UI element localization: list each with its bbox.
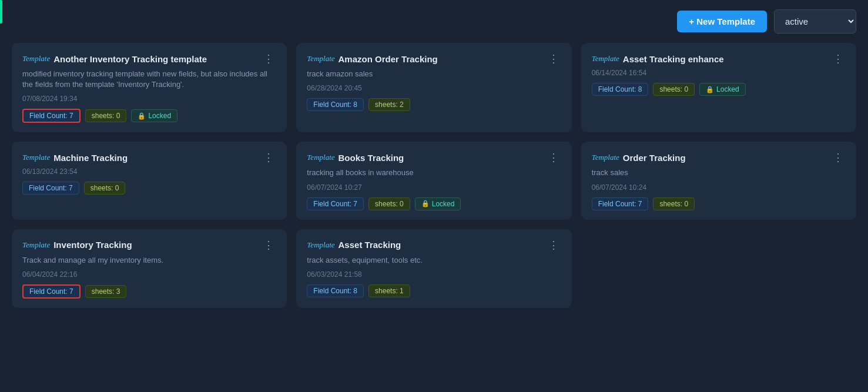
card-title-row: Template Another Inventory Tracking temp…	[22, 54, 261, 64]
template-card-machine-tracking[interactable]: Template Machine Tracking ⋮ 06/13/2024 2…	[12, 142, 287, 219]
card-badges: Field Count: 7 sheets: 0	[592, 197, 846, 210]
card-title-row: Template Asset Tracking	[307, 240, 545, 250]
card-description: track sales	[592, 167, 846, 178]
card-title: Asset Tracking	[339, 240, 401, 250]
template-label: Template	[307, 54, 334, 63]
card-description: track assets, equipment, tools etc.	[307, 255, 561, 266]
top-bar: + New Template active inactive all	[0, 0, 868, 43]
card-date: 06/07/2024 10:27	[307, 183, 561, 192]
template-label: Template	[22, 153, 50, 162]
sheets-badge: sheets: 0	[84, 182, 126, 195]
card-badges: Field Count: 7 sheets: 0 🔒 Locked	[22, 109, 276, 123]
field-count-badge: Field Count: 7	[22, 182, 79, 195]
template-card-another-inventory[interactable]: Template Another Inventory Tracking temp…	[12, 43, 287, 132]
card-title: Machine Tracking	[53, 153, 128, 163]
sheets-badge: sheets: 2	[368, 98, 410, 111]
template-card-order-tracking[interactable]: Template Order Tracking ⋮ track sales 06…	[581, 142, 856, 219]
card-title: Amazon Order Tracking	[339, 54, 438, 64]
card-title-row: Template Inventory Tracking	[22, 240, 261, 250]
status-filter-select[interactable]: active inactive all	[774, 9, 856, 33]
sidebar-accent	[0, 0, 2, 24]
sheets-badge: sheets: 0	[653, 83, 695, 96]
card-header: Template Inventory Tracking ⋮	[22, 240, 276, 250]
locked-badge: 🔒 Locked	[415, 197, 461, 210]
template-card-inventory-tracking[interactable]: Template Inventory Tracking ⋮ Track and …	[12, 229, 287, 308]
card-title-row: Template Books Tracking	[307, 153, 545, 163]
field-count-badge: Field Count: 7	[22, 284, 81, 299]
card-header: Template Asset Tracking enhance ⋮	[592, 53, 846, 64]
new-template-button[interactable]: + New Template	[677, 11, 767, 32]
card-title-row: Template Order Tracking	[592, 153, 830, 163]
card-header: Template Books Tracking ⋮	[307, 152, 561, 163]
card-badges: Field Count: 8 sheets: 0 🔒 Locked	[592, 83, 846, 96]
locked-label: Locked	[716, 85, 739, 93]
more-options-button[interactable]: ⋮	[546, 152, 561, 163]
field-count-badge: Field Count: 7	[22, 109, 81, 123]
template-card-asset-tracking[interactable]: Template Asset Tracking ⋮ track assets, …	[296, 229, 571, 308]
template-label: Template	[592, 54, 619, 63]
card-header: Template Order Tracking ⋮	[592, 152, 846, 163]
card-date: 07/08/2024 19:34	[22, 95, 276, 103]
card-badges: Field Count: 7 sheets: 0	[22, 182, 276, 195]
sheets-badge: sheets: 0	[368, 197, 410, 210]
locked-label: Locked	[432, 200, 455, 208]
card-badges: Field Count: 8 sheets: 1	[307, 284, 561, 297]
template-card-books-tracking[interactable]: Template Books Tracking ⋮ tracking all b…	[296, 142, 571, 219]
card-title: Another Inventory Tracking template	[53, 54, 207, 64]
more-options-button[interactable]: ⋮	[261, 53, 276, 64]
locked-badge: 🔒 Locked	[131, 109, 177, 122]
card-description: tracking all books in warehouse	[307, 167, 561, 178]
card-date: 06/03/2024 21:58	[307, 270, 561, 279]
card-date: 06/28/2024 20:45	[307, 84, 561, 92]
template-label: Template	[307, 240, 334, 250]
locked-label: Locked	[148, 112, 171, 120]
field-count-badge: Field Count: 8	[307, 98, 364, 111]
template-label: Template	[22, 240, 50, 250]
template-label: Template	[307, 153, 334, 162]
card-header: Template Machine Tracking ⋮	[22, 152, 276, 163]
sheets-badge: sheets: 0	[653, 197, 695, 210]
card-title: Books Tracking	[339, 153, 404, 163]
field-count-badge: Field Count: 8	[592, 83, 649, 96]
card-title: Order Tracking	[623, 153, 686, 163]
template-card-amazon-order[interactable]: Template Amazon Order Tracking ⋮ track a…	[296, 43, 571, 132]
card-date: 06/14/2024 16:54	[592, 69, 846, 77]
card-header: Template Amazon Order Tracking ⋮	[307, 53, 561, 64]
locked-badge: 🔒 Locked	[699, 83, 746, 96]
card-title: Asset Tracking enhance	[623, 54, 724, 64]
card-date: 06/04/2024 22:16	[22, 270, 276, 279]
field-count-badge: Field Count: 8	[307, 284, 364, 297]
card-title-row: Template Asset Tracking enhance	[592, 54, 830, 64]
more-options-button[interactable]: ⋮	[546, 240, 561, 250]
card-badges: Field Count: 8 sheets: 2	[307, 98, 561, 111]
more-options-button[interactable]: ⋮	[261, 152, 276, 163]
card-title: Inventory Tracking	[53, 240, 132, 250]
card-description: track amazon sales	[307, 69, 561, 79]
field-count-badge: Field Count: 7	[592, 197, 649, 210]
card-description: modified inventory tracking template wit…	[22, 69, 276, 90]
more-options-button[interactable]: ⋮	[546, 53, 561, 64]
template-label: Template	[22, 54, 50, 63]
card-header: Template Asset Tracking ⋮	[307, 240, 561, 250]
card-description: Track and manage all my inventory items.	[22, 255, 276, 266]
more-options-button[interactable]: ⋮	[830, 53, 846, 64]
card-title-row: Template Machine Tracking	[22, 153, 261, 163]
lock-icon: 🔒	[421, 200, 430, 207]
card-badges: Field Count: 7 sheets: 0 🔒 Locked	[307, 197, 561, 210]
lock-icon: 🔒	[138, 112, 146, 120]
card-date: 06/13/2024 23:54	[22, 167, 276, 176]
template-card-asset-tracking-enhance[interactable]: Template Asset Tracking enhance ⋮ 06/14/…	[581, 43, 856, 132]
field-count-badge: Field Count: 7	[307, 197, 364, 210]
card-badges: Field Count: 7 sheets: 3	[22, 284, 276, 299]
more-options-button[interactable]: ⋮	[830, 152, 846, 163]
cards-grid: Template Another Inventory Tracking temp…	[0, 43, 868, 320]
card-header: Template Another Inventory Tracking temp…	[22, 53, 276, 64]
sheets-badge: sheets: 3	[85, 285, 127, 298]
lock-icon: 🔒	[706, 86, 714, 93]
sheets-badge: sheets: 1	[368, 284, 410, 297]
card-date: 06/07/2024 10:24	[592, 183, 846, 192]
template-label: Template	[592, 153, 619, 162]
more-options-button[interactable]: ⋮	[261, 240, 276, 250]
sheets-badge: sheets: 0	[85, 109, 127, 122]
card-title-row: Template Amazon Order Tracking	[307, 54, 545, 64]
